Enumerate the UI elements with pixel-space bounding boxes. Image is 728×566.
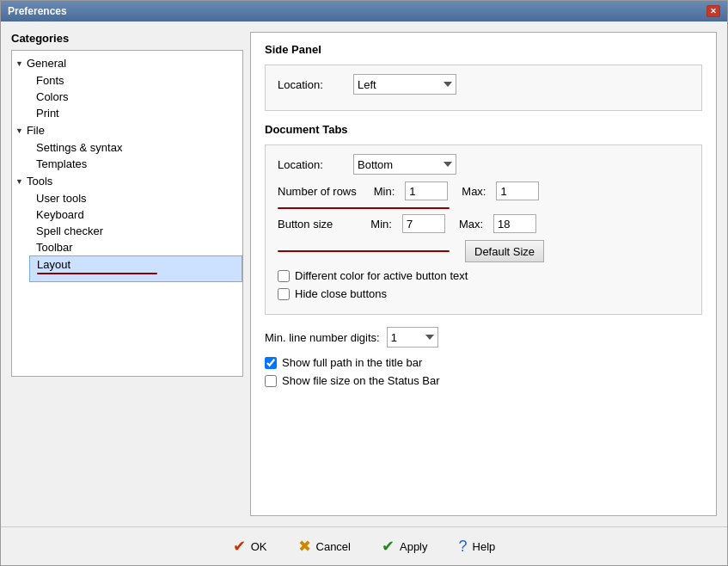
apply-icon: ✔ (382, 537, 395, 556)
window-title: Preferences (8, 5, 67, 17)
tools-children: User tools Keyboard Spell checker Toolba… (12, 190, 242, 282)
tree-leaf-keyboard[interactable]: Keyboard (29, 206, 242, 223)
show-full-path-row: Show full path in the title bar (265, 356, 702, 369)
side-panel-location-select[interactable]: Left Right Top Bottom (353, 74, 456, 95)
underline-rows (278, 207, 450, 209)
footer: ✔ OK ✖ Cancel ✔ Apply ? Help (1, 526, 727, 565)
ok-label: OK (251, 540, 267, 553)
help-label: Help (473, 540, 496, 553)
cancel-label: Cancel (316, 540, 351, 553)
cancel-button[interactable]: ✖ Cancel (291, 534, 358, 558)
side-panel-location-row: Location: Left Right Top Bottom (278, 74, 689, 95)
side-panel-location-label: Location: (278, 78, 346, 91)
file-label: File (27, 124, 45, 137)
side-panel-section: Location: Left Right Top Bottom (265, 65, 702, 111)
apply-label: Apply (400, 540, 428, 553)
hide-close-row: Hide close buttons (278, 287, 689, 300)
doc-tabs-location-row: Location: Bottom Top Left Right (278, 154, 689, 175)
close-button[interactable]: ✕ (707, 5, 720, 17)
min-line-digits-row: Min. line number digits: 1 2 3 4 5 (265, 327, 702, 348)
tree-leaf-settings-syntax[interactable]: Settings & syntax (29, 139, 242, 156)
tree-group-file[interactable]: ▼ File (12, 121, 242, 139)
show-full-path-label: Show full path in the title bar (282, 356, 422, 369)
tree-leaf-print[interactable]: Print (29, 105, 242, 121)
cancel-icon: ✖ (298, 537, 311, 556)
preferences-window: Preferences ✕ Categories ▼ General Fonts (0, 0, 728, 566)
default-size-button[interactable]: Default Size (465, 240, 544, 262)
min-line-digits-label: Min. line number digits: (265, 331, 380, 344)
show-file-size-row: Show file size on the Status Bar (265, 374, 702, 387)
triangle-file: ▼ (15, 126, 23, 135)
diff-color-checkbox[interactable] (278, 270, 290, 282)
show-full-path-checkbox[interactable] (265, 357, 277, 369)
underline-btns (278, 250, 450, 252)
min-line-digits-select[interactable]: 1 2 3 4 5 (387, 327, 438, 348)
tree-group-tools[interactable]: ▼ Tools (12, 172, 242, 190)
tree-leaf-spell-checker[interactable]: Spell checker (29, 223, 242, 239)
default-size-row: Default Size (278, 240, 689, 262)
btn-min-label: Min: (370, 218, 392, 231)
triangle-general: ▼ (15, 59, 23, 68)
categories-label: Categories (11, 32, 243, 45)
doc-tabs-location-label: Location: (278, 158, 346, 171)
hide-close-checkbox[interactable] (278, 288, 290, 300)
show-file-size-label: Show file size on the Status Bar (282, 374, 440, 387)
rows-max-input[interactable] (496, 181, 539, 200)
help-icon: ? (459, 538, 468, 556)
hide-close-label: Hide close buttons (295, 287, 387, 300)
doc-tabs-title: Document Tabs (265, 123, 702, 136)
num-rows-row: Number of rows Min: Max: (278, 181, 689, 200)
rows-max-label: Max: (462, 185, 486, 198)
ok-button[interactable]: ✔ OK (226, 534, 274, 558)
categories-tree: ▼ General Fonts Colors Print ▼ (11, 50, 243, 377)
side-panel-title: Side Panel (265, 43, 702, 56)
btn-max-label: Max: (459, 218, 483, 231)
general-label: General (27, 57, 66, 70)
help-button[interactable]: ? Help (452, 535, 503, 558)
categories-panel: Categories ▼ General Fonts Colors Print (11, 32, 243, 516)
titlebar: Preferences ✕ (1, 1, 727, 22)
num-rows-label: Number of rows (278, 185, 357, 198)
rows-min-input[interactable] (405, 181, 448, 200)
tree-leaf-colors[interactable]: Colors (29, 89, 242, 105)
doc-tabs-location-select[interactable]: Bottom Top Left Right (353, 154, 456, 175)
file-children: Settings & syntax Templates (12, 139, 242, 172)
btn-size-row: Button size Min: Max: (278, 214, 689, 233)
ok-icon: ✔ (233, 537, 246, 556)
tools-label: Tools (27, 175, 52, 188)
doc-tabs-section: Location: Bottom Top Left Right Number o… (265, 145, 702, 315)
triangle-tools: ▼ (15, 177, 23, 186)
apply-button[interactable]: ✔ Apply (375, 534, 435, 558)
diff-color-label: Different color for active button text (295, 269, 468, 282)
tree-group-general[interactable]: ▼ General (12, 54, 242, 72)
diff-color-row: Different color for active button text (278, 269, 689, 282)
btn-max-input[interactable] (493, 214, 536, 233)
rows-min-label: Min: (374, 185, 395, 198)
show-file-size-checkbox[interactable] (265, 375, 277, 387)
tree-leaf-templates[interactable]: Templates (29, 156, 242, 172)
settings-panel: Side Panel Location: Left Right Top Bott… (250, 32, 717, 516)
tree-leaf-toolbar[interactable]: Toolbar (29, 239, 242, 255)
general-children: Fonts Colors Print (12, 72, 242, 121)
tree-leaf-layout[interactable]: Layout (29, 255, 242, 282)
tree-leaf-fonts[interactable]: Fonts (29, 72, 242, 89)
main-content: Categories ▼ General Fonts Colors Print (1, 22, 727, 526)
btn-size-label: Button size (278, 218, 333, 231)
tree-leaf-user-tools[interactable]: User tools (29, 190, 242, 206)
btn-min-input[interactable] (402, 214, 445, 233)
underline-layout (37, 273, 157, 274)
titlebar-buttons: ✕ (707, 5, 720, 17)
